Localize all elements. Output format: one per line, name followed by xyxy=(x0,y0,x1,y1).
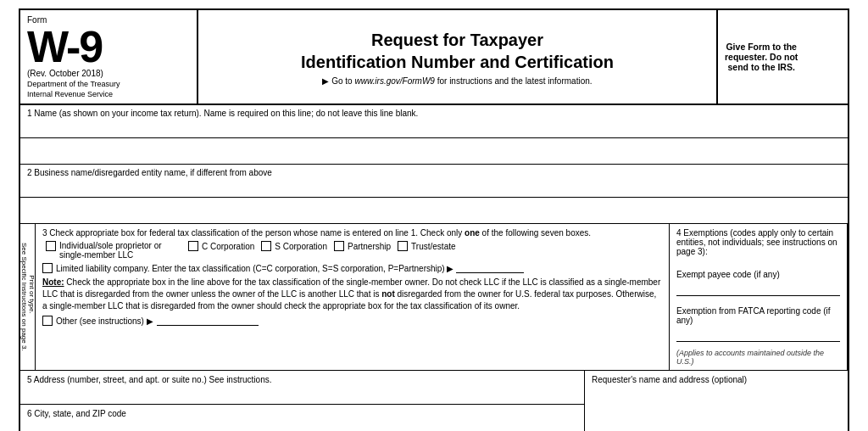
option-trust-label: Trust/estate xyxy=(411,242,455,251)
note-bold-label: Note: xyxy=(42,277,64,287)
w9-form: Form W-9 (Rev. October 2018) Department … xyxy=(19,8,849,431)
option-individual-label: Individual/sole proprietor or single-mem… xyxy=(59,241,181,260)
row1: 1 Name (as shown on your income tax retu… xyxy=(20,105,848,138)
llc-row: Limited liability company. Enter the tax… xyxy=(42,263,662,273)
exempt-payee-input[interactable] xyxy=(676,285,840,295)
row3-content: 3 Check appropriate box for federal tax … xyxy=(36,224,848,370)
llc-classification-input xyxy=(456,263,524,273)
header-right-instructions: Give Form to the requester. Do not send … xyxy=(716,10,848,104)
row3-wrapper: See Specific Instructions on page 3. Pri… xyxy=(20,224,848,371)
header-center: Request for Taxpayer Identification Numb… xyxy=(198,10,716,104)
note-section: Note: Check the appropriate box in the l… xyxy=(42,277,662,312)
fatca-label: Exemption from FATCA reporting code (if … xyxy=(676,306,840,325)
form-number: W-9 xyxy=(27,25,190,69)
exempt-payee-label: Exempt payee code (if any) xyxy=(676,270,840,279)
row3-right: 4 Exemptions (codes apply only to certai… xyxy=(669,224,847,370)
option-s-corp: S Corporation xyxy=(261,241,327,251)
row6: 6 City, state, and ZIP code xyxy=(20,405,584,431)
option-individual: Individual/sole proprietor or single-mem… xyxy=(46,241,181,260)
checkbox-llc[interactable] xyxy=(42,263,53,273)
fatca-input[interactable] xyxy=(676,331,840,341)
checkbox-other[interactable] xyxy=(42,316,53,326)
option-c-corp: C Corporation xyxy=(188,241,254,251)
form-title: Request for Taxpayer Identification Numb… xyxy=(207,29,708,73)
option-trust: Trust/estate xyxy=(398,241,455,251)
option-s-corp-label: S Corporation xyxy=(275,242,327,251)
form-subtitle: ▶ Go to www.irs.gov/FormW9 for instructi… xyxy=(207,76,708,86)
requester-label: Requester's name and address (optional) xyxy=(592,375,747,384)
tax-classification-options: Individual/sole proprietor or single-mem… xyxy=(46,241,662,260)
side-label-see: See Specific Instructions on page 3. xyxy=(20,243,28,351)
exempt-payee-line xyxy=(676,281,840,296)
option-partnership: Partnership xyxy=(334,241,391,251)
row6-label: 6 City, state, and ZIP code xyxy=(27,409,126,418)
name-input[interactable] xyxy=(27,142,841,154)
side-label-print: Print or type. xyxy=(28,275,36,313)
dept-line2: Internal Revenue Service xyxy=(27,90,190,98)
checkbox-c-corp[interactable] xyxy=(188,241,198,251)
other-blank-line xyxy=(157,316,259,326)
row56-left: 5 Address (number, street, and apt. or s… xyxy=(20,371,585,431)
fatca-line xyxy=(676,327,840,342)
checkbox-s-corp[interactable] xyxy=(261,241,271,251)
row5-label: 5 Address (number, street, and apt. or s… xyxy=(27,375,272,384)
checkbox-trust[interactable] xyxy=(398,241,408,251)
option-c-corp-label: C Corporation xyxy=(202,242,254,251)
header-left: Form W-9 (Rev. October 2018) Department … xyxy=(20,10,198,104)
form-header: Form W-9 (Rev. October 2018) Department … xyxy=(20,10,848,105)
checkbox-partnership[interactable] xyxy=(334,241,344,251)
row56-right: Requester's name and address (optional) xyxy=(585,371,848,431)
row2-input xyxy=(20,198,848,224)
exemptions-label: 4 Exemptions (codes apply only to certai… xyxy=(676,228,840,256)
row2: 2 Business name/disregarded entity name,… xyxy=(20,165,848,198)
note-not: not xyxy=(381,289,395,299)
option-partnership-label: Partnership xyxy=(348,242,391,251)
row3-label-start: 3 Check appropriate box for federal tax … xyxy=(42,228,465,238)
form-rev-date: (Rev. October 2018) xyxy=(27,69,190,78)
dept-line1: Department of the Treasury xyxy=(27,80,190,88)
applies-note: (Applies to accounts maintained outside … xyxy=(676,349,840,366)
row56-wrapper: 5 Address (number, street, and apt. or s… xyxy=(20,371,848,431)
other-label: Other (see instructions) ▶ xyxy=(56,316,153,326)
row3-left: 3 Check appropriate box for federal tax … xyxy=(36,224,669,370)
row5: 5 Address (number, street, and apt. or s… xyxy=(20,371,584,405)
other-row: Other (see instructions) ▶ xyxy=(42,316,662,326)
row2-label: 2 Business name/disregarded entity name,… xyxy=(20,165,848,197)
row1-input xyxy=(20,138,848,165)
business-name-input[interactable] xyxy=(27,201,841,213)
llc-label: Limited liability company. Enter the tax… xyxy=(56,264,453,273)
row3-header: 3 Check appropriate box for federal tax … xyxy=(42,228,662,238)
side-label: See Specific Instructions on page 3. Pri… xyxy=(20,224,36,370)
row1-label: 1 Name (as shown on your income tax retu… xyxy=(20,105,848,137)
checkbox-individual[interactable] xyxy=(46,241,56,251)
